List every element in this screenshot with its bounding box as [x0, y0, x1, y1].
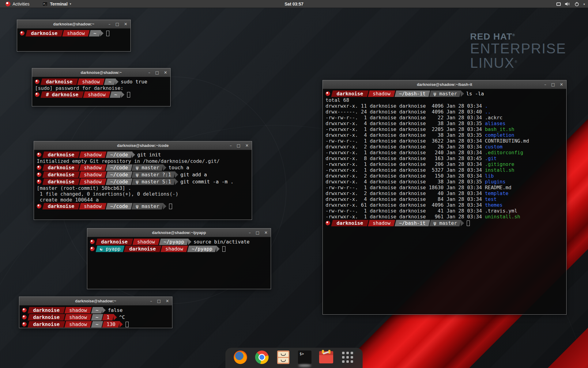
- file-name: completion: [485, 132, 514, 138]
- prompt-arrow-tip: [114, 314, 117, 320]
- prompt-path-text: ~/bash-it: [399, 90, 426, 97]
- maximize-button[interactable]: □: [256, 228, 259, 237]
- minimize-button[interactable]: –: [544, 80, 546, 89]
- file-links: 1: [358, 208, 367, 214]
- close-button[interactable]: ✕: [124, 20, 127, 29]
- brand-line-linux: LINUX®: [470, 56, 566, 70]
- maximize-button[interactable]: □: [237, 141, 240, 150]
- clock[interactable]: Sat 03:57: [285, 2, 303, 6]
- file-size: 240: [426, 150, 444, 155]
- files-icon: [277, 351, 289, 364]
- system-status-area[interactable]: ▾: [556, 0, 585, 8]
- dock-item-app-grid[interactable]: [341, 350, 355, 364]
- window-titlebar[interactable]: darknoise@shadow:~/pyapp–□✕: [87, 228, 271, 237]
- file-date: Jan 28 03:35: [443, 179, 482, 185]
- maximize-button[interactable]: □: [155, 68, 159, 77]
- prompt-host-segment: shadow: [161, 246, 188, 252]
- file-links: 24: [358, 109, 367, 115]
- terminal-screen[interactable]: darknoiseshadow~/pyappsource bin/activat…: [87, 237, 271, 289]
- terminal-output-line: Initialized empty Git repository in /hom…: [37, 158, 249, 164]
- prompt-user-segment: darknoise: [331, 90, 368, 97]
- close-button[interactable]: ✕: [166, 297, 169, 305]
- terminal-screen[interactable]: darknoiseshadow~/bash-itψ masterls -lato…: [323, 89, 566, 314]
- terminal-output-line: 1 file changed, 0 insertions(+), 0 delet…: [37, 191, 249, 197]
- file-list-row: drwxrwxr-x.11darknoisedarknoise4096Jan 2…: [326, 103, 564, 109]
- dock-item-files[interactable]: [276, 350, 290, 364]
- terminal-screen[interactable]: darknoiseshadow~sudo true[sudo] password…: [32, 77, 170, 106]
- file-size: 84: [426, 196, 444, 202]
- file-date: Jan 28 03:34: [443, 173, 482, 179]
- command-text: false: [108, 307, 123, 313]
- file-list-row: -rwxrwxr-x.1darknoisedarknoise961Jan 28 …: [326, 214, 564, 220]
- file-owner: darknoise: [367, 167, 396, 173]
- maximize-button[interactable]: □: [551, 80, 555, 89]
- prompt-user-segment: darknoise: [331, 220, 368, 226]
- prompt-host-text: shadow: [137, 239, 155, 245]
- file-permissions: drwxrwxr-x.: [326, 173, 358, 179]
- prompt-git-segment: ψ master: [132, 203, 164, 209]
- window-controls: –□✕: [249, 228, 268, 237]
- prompt-exit-text: 130: [107, 321, 115, 328]
- maximize-button[interactable]: □: [157, 297, 161, 305]
- file-group: darknoise: [396, 196, 426, 202]
- dock-item-terminal[interactable]: $>: [298, 350, 312, 364]
- dock-item-firefox[interactable]: [233, 350, 247, 364]
- terminal-screen[interactable]: darknoiseshadow~: [17, 29, 130, 51]
- minimize-button[interactable]: –: [249, 228, 251, 237]
- close-button[interactable]: ✕: [264, 228, 268, 237]
- terminal-prompt-line: darknoiseshadow~: [20, 30, 128, 37]
- file-list-row: -rw-rw-r--.1darknoisedarknoise22Jan 28 0…: [326, 115, 564, 121]
- prompt-host-text: shadow: [84, 171, 102, 178]
- dock-item-toolbox[interactable]: [319, 350, 333, 364]
- prompt-host-segment: shadow: [79, 164, 106, 171]
- file-owner: darknoise: [367, 214, 396, 220]
- volume-icon: [565, 2, 570, 6]
- file-permissions: -rw-rw-r--.: [326, 115, 358, 121]
- file-links: 11: [358, 103, 367, 109]
- file-owner: darknoise: [367, 208, 396, 214]
- close-button[interactable]: ✕: [560, 80, 563, 89]
- prompt-arrow-tip: [100, 30, 104, 36]
- file-permissions: -rwxrwxr-x.: [326, 167, 358, 173]
- activities-button[interactable]: Activities: [3, 0, 32, 8]
- terminal-screen[interactable]: darknoiseshadow~/codegit initInitialized…: [34, 150, 252, 220]
- minimize-button[interactable]: –: [230, 141, 232, 150]
- minimize-button[interactable]: –: [148, 68, 150, 77]
- prompt-host-segment: shadow: [368, 220, 395, 226]
- close-button[interactable]: ✕: [245, 141, 249, 150]
- app-menu-terminal[interactable]: >_ Terminal ▾: [39, 0, 74, 8]
- redhat-prompt-icon: [37, 179, 41, 184]
- prompt-host-text: shadow: [69, 307, 87, 313]
- prompt-host-text: shadow: [84, 151, 102, 158]
- close-button[interactable]: ✕: [164, 68, 167, 77]
- window-title: darknoise@shadow:~: [75, 299, 116, 303]
- file-list-row: drwxrwxr-x.8darknoisedarknoise163Jan 28 …: [326, 155, 564, 161]
- window-titlebar[interactable]: darknoise@shadow:~–□✕: [17, 20, 130, 29]
- redhat-logo-icon: [6, 2, 10, 6]
- command-text: sudo true: [121, 79, 147, 85]
- window-titlebar[interactable]: darknoise@shadow:~–□✕: [19, 297, 172, 305]
- terminal-prompt-line: darknoiseshadow~/codeψ master S:1git com…: [37, 178, 249, 185]
- window-controls: –□✕: [544, 80, 563, 89]
- prompt-host-segment: shadow: [368, 90, 395, 97]
- command-text: source bin/activate: [194, 239, 250, 245]
- prompt-arrow-tip: [216, 246, 220, 252]
- file-group: darknoise: [396, 144, 426, 150]
- prompt-user-text: darknoise: [48, 203, 74, 209]
- prompt-path-text: ~/code: [110, 164, 128, 171]
- minimize-button[interactable]: –: [150, 297, 152, 305]
- window-titlebar[interactable]: darknoise@shadow:~/bash-it–□✕: [323, 80, 566, 89]
- file-name: .travis.yml: [485, 208, 517, 214]
- maximize-button[interactable]: □: [115, 20, 119, 29]
- prompt-user-segment: darknoise: [28, 307, 65, 313]
- file-name: uninstall.sh: [485, 214, 520, 220]
- file-date: Jan 28 03:34: [443, 126, 482, 132]
- terminal-app-icon: >_: [42, 2, 48, 6]
- terminal-screen[interactable]: darknoiseshadow~falsedarknoiseshadow~1^C…: [19, 305, 172, 328]
- dock-item-chrome[interactable]: [255, 350, 269, 364]
- window-titlebar[interactable]: darknoise@shadow:~/code–□✕: [34, 141, 252, 150]
- window-titlebar[interactable]: darknoise@shadow:~–□✕: [32, 68, 170, 77]
- terminal-window: darknoise@shadow:~–□✕darknoiseshadow~sud…: [32, 68, 171, 106]
- minimize-button[interactable]: –: [108, 20, 111, 29]
- file-links: 1: [358, 161, 367, 167]
